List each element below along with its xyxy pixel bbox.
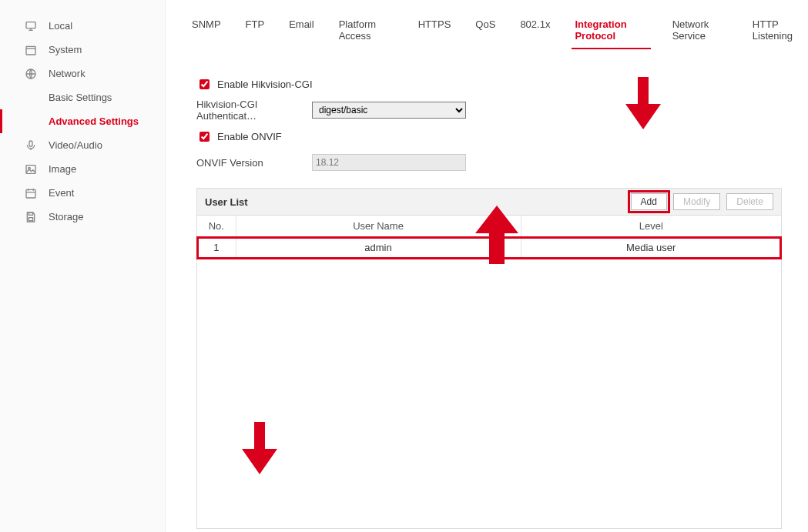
nav-event[interactable]: Event [0, 181, 165, 205]
nav-network[interactable]: Network [0, 62, 165, 85]
nav-label: Network [49, 68, 85, 79]
delete-button[interactable]: Delete [726, 193, 773, 210]
nav-basic-settings[interactable]: Basic Settings [0, 85, 165, 109]
svg-rect-8 [28, 217, 32, 220]
nav-system[interactable]: System [0, 38, 165, 62]
nav-label: Image [49, 163, 76, 175]
tab-qos[interactable]: QoS [472, 15, 498, 49]
col-level: Level [521, 216, 781, 237]
cell-user: admin [236, 237, 521, 259]
nav-image[interactable]: Image [0, 157, 165, 181]
tab-8021x[interactable]: 802.1x [517, 15, 553, 49]
svg-rect-7 [28, 212, 32, 215]
enable-onvif-checkbox[interactable] [199, 132, 210, 142]
svg-rect-0 [26, 22, 35, 28]
nav-label: Basic Settings [49, 92, 112, 103]
content-area: SNMP FTP Email Platform Access HTTPS QoS… [166, 0, 808, 532]
user-list-panel: User List Add Modify Delete No. User Nam… [196, 188, 782, 529]
tab-snmp[interactable]: SNMP [189, 15, 224, 49]
event-icon [24, 186, 38, 200]
sidebar: Local System Network Basic Settings Adva… [0, 0, 166, 532]
cell-level: Media user [521, 237, 781, 259]
onvif-version-value: 18.12 [312, 154, 466, 171]
tab-ftp[interactable]: FTP [243, 15, 268, 49]
image-icon [24, 162, 38, 176]
nav-label: Storage [49, 211, 84, 223]
svg-rect-4 [26, 165, 35, 173]
user-list-title: User List [205, 196, 248, 208]
tab-network-service[interactable]: Network Service [669, 15, 731, 49]
monitor-icon [24, 19, 38, 33]
nav-video-audio[interactable]: Video/Audio [0, 133, 165, 157]
auth-label: Hikvision-CGI Authenticat… [196, 99, 312, 122]
save-icon [24, 210, 38, 224]
nav-advanced-settings[interactable]: Advanced Settings [0, 109, 165, 133]
svg-rect-6 [26, 189, 35, 198]
nav-label: System [49, 44, 82, 55]
add-button[interactable]: Add [631, 193, 667, 210]
nav-label: Video/Audio [49, 139, 102, 151]
col-user: User Name [236, 216, 521, 237]
modify-button[interactable]: Modify [673, 193, 720, 210]
enable-cgi-label: Enable Hikvision-CGI [217, 79, 313, 90]
col-no: No. [197, 216, 236, 237]
tab-platform-access[interactable]: Platform Access [336, 15, 397, 49]
svg-rect-3 [29, 141, 32, 146]
calendar-icon [24, 43, 38, 57]
tabs: SNMP FTP Email Platform Access HTTPS QoS… [189, 15, 808, 55]
auth-select[interactable]: digest/basic [312, 102, 466, 119]
tab-https[interactable]: HTTPS [415, 15, 454, 49]
globe-icon [24, 67, 38, 81]
nav-storage[interactable]: Storage [0, 205, 165, 229]
tab-http-listening[interactable]: HTTP Listening [749, 15, 808, 49]
svg-rect-1 [26, 46, 35, 55]
enable-cgi-checkbox[interactable] [199, 79, 210, 89]
nav-local[interactable]: Local [0, 14, 165, 38]
user-table: No. User Name Level 1 admin Media user [197, 216, 781, 259]
onvif-version-label: ONVIF Version [196, 157, 312, 169]
nav-label: Advanced Settings [49, 115, 139, 127]
cell-no: 1 [197, 237, 236, 259]
tab-email[interactable]: Email [286, 15, 317, 49]
table-row[interactable]: 1 admin Media user [197, 237, 781, 259]
tab-integration-protocol[interactable]: Integration Protocol [572, 15, 650, 49]
nav-label: Event [49, 187, 74, 199]
enable-onvif-label: Enable ONVIF [217, 131, 282, 142]
nav-label: Local [49, 20, 72, 32]
mic-icon [24, 139, 38, 152]
